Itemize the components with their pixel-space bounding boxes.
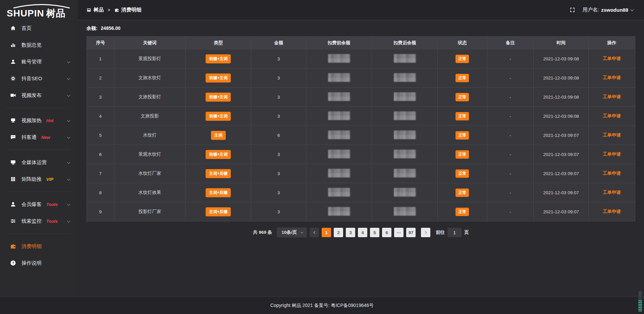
grid-icon — [10, 176, 16, 182]
more-pages-button[interactable]: ··· — [394, 228, 404, 237]
main-content: 余额: 24856.00 序号关键词类型金额扣费前余额扣费后余额状态备注时间操作… — [78, 25, 644, 238]
table-row: 3文旅投影灯前缀+主词3正常-2021-12-03 09:08工单申请 — [87, 88, 635, 107]
sidebar-item-question[interactable]: ?操作说明 — [0, 255, 78, 271]
sidebar-item-label: 矩阵助推 — [21, 176, 42, 182]
column-header: 金额 — [251, 37, 306, 49]
ticket-request-link[interactable]: 工单申请 — [603, 190, 621, 195]
sidebar-item-label: 操作说明 — [21, 260, 42, 266]
cell-time: 2021-12-03 09:07 — [534, 126, 589, 145]
app-window: SHUPIN树品 首页数据总览账号管理抖音SEO视频发布视频加热Hot抖客通Ne… — [0, 0, 644, 314]
sidebar-item-label: 视频发布 — [21, 92, 42, 99]
breadcrumb-item-current[interactable]: 消费明细 — [114, 7, 142, 13]
type-badge: 前缀+主词 — [206, 150, 231, 159]
column-header: 类型 — [185, 37, 251, 49]
cell-amount: 3 — [251, 68, 306, 88]
status-badge: 正常 — [455, 208, 469, 216]
cell-action: 工单申请 — [588, 68, 635, 88]
cell-type: 主词+后缀 — [185, 183, 251, 202]
sidebar-item-sliders[interactable]: 线索监控Tools — [0, 213, 78, 229]
cell-type: 前缀+主词 — [185, 49, 251, 68]
sidebar-item-heat[interactable]: 视频加热Hot — [0, 112, 78, 129]
prev-page-button[interactable] — [310, 228, 319, 237]
cell-amount: 6 — [251, 126, 306, 145]
masked-value — [394, 92, 416, 101]
goto-suffix: 页 — [464, 229, 469, 235]
cell-keyword: 景观投影灯 — [114, 49, 185, 68]
user-menu[interactable]: 用户名: zswodun88 — [583, 7, 634, 13]
type-badge: 主词 — [211, 131, 226, 140]
sidebar-item-gear[interactable]: 抖音SEO — [0, 70, 78, 87]
panel-icon — [87, 8, 91, 12]
breadcrumb-item-home[interactable]: 树品 — [87, 7, 104, 13]
sidebar-item-badge: Tools — [46, 219, 58, 224]
pagination: 共 969 条 10条/页 123456···97 前往 页 — [87, 227, 635, 238]
sidebar-item-label: 抖音SEO — [21, 75, 42, 82]
sidebar-item-home[interactable]: 首页 — [0, 20, 78, 37]
fullscreen-icon[interactable] — [570, 7, 575, 13]
page-button-6[interactable]: 6 — [382, 228, 391, 237]
cell-remark: - — [487, 145, 534, 164]
goto-page: 前往 页 — [436, 228, 469, 237]
sidebar-item-video[interactable]: 视频发布 — [0, 87, 78, 104]
cell-keyword: 文旅投影 — [114, 107, 185, 126]
cell-index: 9 — [87, 202, 114, 221]
svg-text:?: ? — [12, 261, 14, 265]
table-row: 8水纹灯效果主词+后缀3正常-2021-12-03 09:07工单申请 — [87, 183, 635, 202]
page-size-select[interactable]: 10条/页 — [277, 227, 307, 238]
masked-value — [328, 54, 350, 63]
cell-status: 正常 — [438, 49, 487, 68]
cell-status: 正常 — [438, 68, 487, 88]
ticket-request-link[interactable]: 工单申请 — [603, 171, 621, 176]
sidebar-item-grid[interactable]: 矩阵助推VIP — [0, 171, 78, 188]
ticket-request-link[interactable]: 工单申请 — [603, 209, 621, 214]
sidebar-item-badge: Tools — [46, 202, 58, 207]
cell-remark: - — [487, 164, 534, 183]
next-page-button[interactable] — [421, 228, 430, 237]
sidebar-divider — [7, 150, 71, 150]
sidebar-item-label: 视频加热 — [21, 117, 42, 124]
sidebar-item-chart[interactable]: 数据总览 — [0, 37, 78, 53]
balance-value: 24856.00 — [101, 25, 120, 31]
ticket-request-link[interactable]: 工单申请 — [603, 75, 621, 80]
video-icon — [10, 92, 16, 98]
goto-page-input[interactable] — [447, 228, 462, 237]
page-button-97[interactable]: 97 — [406, 228, 416, 237]
sidebar-item-label: 抖客通 — [21, 134, 37, 141]
floating-widget[interactable] — [638, 291, 642, 312]
cell-action: 工单申请 — [588, 183, 635, 202]
cell-action: 工单申请 — [588, 88, 635, 107]
ticket-request-link[interactable]: 工单申请 — [603, 152, 621, 157]
chat-icon — [10, 134, 16, 140]
cell-remark: - — [487, 202, 534, 221]
sidebar-item-member[interactable]: 会员爆客Tools — [0, 196, 78, 213]
page-button-4[interactable]: 4 — [358, 228, 367, 237]
cell-keyword: 文旅投影灯 — [114, 88, 185, 107]
sidebar-item-label: 首页 — [21, 25, 32, 32]
page-button-1[interactable]: 1 — [322, 228, 331, 237]
cell-keyword: 景观水纹灯 — [114, 145, 185, 164]
ticket-request-link[interactable]: 工单申请 — [603, 94, 621, 99]
sidebar-item-chat[interactable]: 抖客通New — [0, 129, 78, 146]
sidebar-item-wallet[interactable]: 消费明细 — [0, 238, 78, 255]
ticket-request-link[interactable]: 工单申请 — [603, 133, 621, 138]
sidebar-item-user[interactable]: 账号管理 — [0, 53, 78, 70]
cell-type: 主词+后缀 — [185, 202, 251, 221]
cell-time: 2021-12-03 09:08 — [534, 107, 589, 126]
column-header: 状态 — [438, 37, 487, 49]
logo-text-cn: 树品 — [46, 8, 66, 18]
page-button-3[interactable]: 3 — [346, 228, 355, 237]
chevron-down-icon — [67, 136, 70, 139]
consumption-table: 序号关键词类型金额扣费前余额扣费后余额状态备注时间操作 1景观投影灯前缀+主词3… — [87, 36, 635, 221]
sidebar-item-monitor[interactable]: 全媒体运营 — [0, 154, 78, 171]
balance-label: 余额: — [87, 25, 98, 31]
cell-index: 6 — [87, 145, 114, 164]
ticket-request-link[interactable]: 工单申请 — [603, 56, 621, 61]
chevron-down-icon — [301, 231, 304, 234]
total-count: 共 969 条 — [253, 229, 272, 235]
cell-action: 工单申请 — [588, 107, 635, 126]
ticket-request-link[interactable]: 工单申请 — [603, 113, 621, 118]
username-value: zswodun88 — [601, 7, 628, 13]
chart-icon — [10, 42, 16, 48]
page-button-2[interactable]: 2 — [334, 228, 343, 237]
page-button-5[interactable]: 5 — [370, 228, 379, 237]
